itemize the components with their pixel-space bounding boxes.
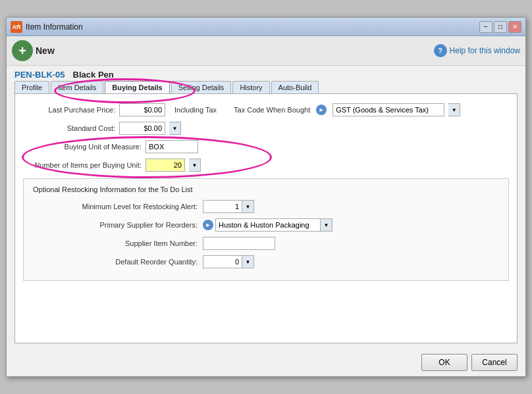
- tax-code-label: Tax Code When Bought: [234, 106, 310, 114]
- items-per-unit-dropdown-button[interactable]: ▼: [189, 159, 201, 172]
- tabs-row: Profile Item Details Buying Details Sell…: [7, 81, 525, 93]
- items-per-unit-input[interactable]: [146, 159, 185, 172]
- primary-supplier-arrow-icon: ►: [203, 220, 213, 230]
- title-bar: AR Item Information − □ ✕: [7, 18, 525, 36]
- help-label: Help for this window: [450, 46, 520, 55]
- new-button[interactable]: + New: [12, 40, 55, 61]
- buying-unit-label: Buying Unit of Measure:: [23, 143, 142, 151]
- standard-cost-dropdown-button[interactable]: ▼: [169, 122, 181, 135]
- buying-unit-input[interactable]: [146, 140, 198, 153]
- default-reorder-dropdown-button[interactable]: ▼: [242, 255, 254, 268]
- including-tax-label: Including Tax: [174, 106, 217, 114]
- tab-profile[interactable]: Profile: [14, 81, 49, 93]
- ok-button[interactable]: OK: [421, 354, 467, 371]
- default-reorder-row: Default Reorder Quantity: ▼: [33, 255, 499, 268]
- standard-cost-label: Standard Cost:: [23, 124, 115, 132]
- primary-supplier-label: Primary Supplier for Reorders:: [33, 221, 198, 229]
- primary-supplier-row: Primary Supplier for Reorders: ► ▼: [33, 218, 499, 232]
- item-name: Black Pen: [73, 70, 114, 80]
- restocking-group: Optional Restocking Information for the …: [23, 178, 509, 281]
- buying-unit-section: Buying Unit of Measure: Number of Items …: [23, 140, 509, 172]
- new-label: New: [36, 45, 55, 56]
- tax-code-input[interactable]: [332, 103, 444, 116]
- help-button[interactable]: ? Help for this window: [434, 44, 520, 57]
- standard-cost-input[interactable]: [119, 122, 165, 135]
- footer: OK Cancel: [7, 349, 525, 376]
- default-reorder-label: Default Reorder Quantity:: [33, 258, 198, 266]
- items-per-unit-label: Number of Items per Buying Unit:: [23, 161, 142, 169]
- maximize-button[interactable]: □: [494, 21, 507, 33]
- supplier-item-input[interactable]: [203, 237, 275, 250]
- window-title: Item Information: [26, 22, 479, 32]
- help-icon: ?: [434, 44, 447, 57]
- standard-cost-row: Standard Cost: ▼: [23, 122, 509, 135]
- toolbar: + New ? Help for this window: [7, 36, 525, 66]
- window-controls: − □ ✕: [479, 21, 521, 33]
- main-window: AR Item Information − □ ✕ + New ? Help f…: [6, 17, 526, 377]
- tab-history[interactable]: History: [232, 81, 269, 93]
- last-purchase-price-input[interactable]: [119, 103, 165, 116]
- tax-code-arrow-icon: ►: [316, 105, 327, 115]
- last-purchase-price-label: Last Purchase Price:: [23, 106, 115, 114]
- min-level-row: Minimum Level for Restocking Alert: ▼: [33, 200, 499, 213]
- item-code: PEN-BLK-05: [14, 70, 65, 80]
- restocking-title: Optional Restocking Information for the …: [33, 185, 499, 193]
- min-level-input[interactable]: [203, 200, 242, 213]
- min-level-dropdown-button[interactable]: ▼: [242, 200, 254, 213]
- buying-unit-row: Buying Unit of Measure:: [23, 140, 509, 153]
- tab-buying-details[interactable]: Buying Details: [105, 81, 169, 93]
- primary-supplier-dropdown-button[interactable]: ▼: [321, 218, 332, 232]
- tab-auto-build[interactable]: Auto-Build: [271, 81, 319, 93]
- window-icon: AR: [11, 21, 22, 33]
- supplier-item-label: Supplier Item Number:: [33, 239, 198, 247]
- item-header: PEN-BLK-05 Black Pen: [7, 66, 525, 81]
- close-button[interactable]: ✕: [508, 21, 521, 33]
- purchase-price-row: Last Purchase Price: Including Tax Tax C…: [23, 103, 509, 116]
- minimize-button[interactable]: −: [479, 21, 492, 33]
- default-reorder-input[interactable]: [203, 255, 242, 268]
- tab-item-details[interactable]: Item Details: [51, 81, 103, 93]
- supplier-item-row: Supplier Item Number:: [33, 237, 499, 250]
- content-area: Last Purchase Price: Including Tax Tax C…: [14, 93, 518, 343]
- new-icon: +: [12, 40, 33, 61]
- min-level-label: Minimum Level for Restocking Alert:: [33, 203, 198, 210]
- tax-code-dropdown-button[interactable]: ▼: [448, 103, 460, 116]
- tabs-section: Profile Item Details Buying Details Sell…: [7, 81, 525, 93]
- items-per-unit-row: Number of Items per Buying Unit: ▼: [23, 159, 509, 172]
- cancel-button[interactable]: Cancel: [471, 354, 518, 371]
- tab-selling-details[interactable]: Selling Details: [171, 81, 232, 93]
- primary-supplier-input[interactable]: [215, 218, 321, 232]
